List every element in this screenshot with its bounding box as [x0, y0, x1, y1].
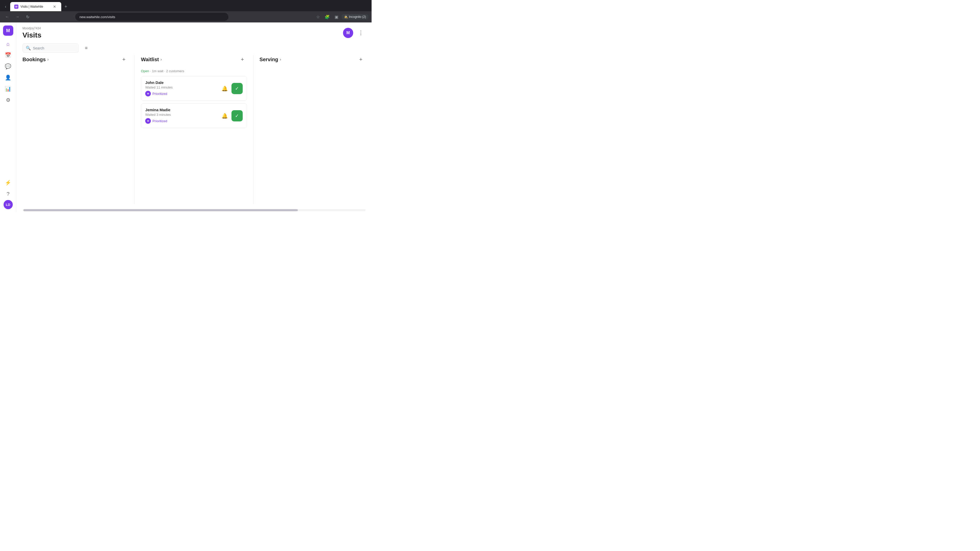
toolbar: 🔍 ≡	[16, 41, 372, 55]
search-container: 🔍	[22, 43, 79, 53]
sidebar-item-flash[interactable]: ⚡	[3, 178, 13, 188]
settings-icon: ⚙	[6, 97, 11, 103]
bell-icon-john-dale: 🔔	[221, 86, 228, 92]
bookings-title-group[interactable]: Bookings ›	[22, 57, 48, 62]
serving-column-title: Serving	[259, 57, 278, 62]
sidebar-item-users[interactable]: 👤	[3, 73, 13, 83]
org-name: Moodjoy7434	[22, 27, 41, 30]
waitlist-title-group[interactable]: Waitlist ›	[141, 57, 162, 62]
visit-avatar-john-dale: M	[145, 91, 151, 97]
sidebar-item-home[interactable]: ⌂	[3, 39, 13, 49]
check-button-john-dale[interactable]: ✓	[231, 83, 243, 94]
tab-close-button[interactable]: ✕	[52, 4, 57, 9]
serving-chevron-icon: ›	[280, 57, 281, 62]
visit-card-john-dale[interactable]: John Dale Waited 11 minutes M Prioritize…	[141, 76, 247, 101]
visit-actions-john-dale: 🔔 ✓	[220, 83, 243, 94]
columns-area: Bookings › + Waitlist › + Open ·	[16, 55, 372, 208]
scrollbar-thumb	[24, 209, 298, 211]
visit-info-jemina-madie: Jemina Madie Waited 3 minutes M Prioriti…	[145, 108, 217, 124]
check-icon-john-dale: ✓	[235, 86, 239, 91]
visit-name-john-dale: John Dale	[145, 80, 217, 85]
visit-avatar-jemina-madie: M	[145, 118, 151, 124]
tab-bar: ‹ W Visits | Waitwhile ✕ +	[0, 0, 372, 11]
bell-icon-jemina-madie: 🔔	[221, 113, 228, 119]
bookings-chevron-icon: ›	[47, 57, 48, 62]
active-tab[interactable]: W Visits | Waitwhile ✕	[10, 2, 61, 11]
incognito-label: Incognito (2)	[349, 15, 366, 19]
waitlist-chevron-icon: ›	[161, 57, 162, 62]
waitlist-add-button[interactable]: +	[238, 55, 247, 64]
filter-icon: ≡	[85, 45, 88, 51]
waitlist-column-title: Waitlist	[141, 57, 159, 62]
bottom-scrollbar[interactable]	[22, 209, 366, 211]
visit-meta-john-dale: M Prioritized	[145, 91, 217, 97]
user-avatar-header[interactable]: M	[343, 28, 353, 38]
forward-button[interactable]: →	[13, 13, 21, 21]
header-menu-button[interactable]: ⋮	[356, 28, 366, 38]
visit-card-jemina-madie[interactable]: Jemina Madie Waited 3 minutes M Prioriti…	[141, 103, 247, 128]
serving-title-group[interactable]: Serving ›	[259, 57, 281, 62]
browser-actions: ☆ 🧩 ▣ 🕵 Incognito (2)	[314, 13, 369, 21]
bookings-add-button[interactable]: +	[119, 55, 128, 64]
waitlist-status-open: Open	[141, 69, 149, 73]
sidebar-bottom: ⚡ ? LD	[3, 178, 13, 209]
visit-name-jemina-madie: Jemina Madie	[145, 108, 217, 112]
address-bar[interactable]: new.waitwhile.com/visits	[75, 13, 228, 21]
main-content: Moodjoy7434 Visits M ⋮ 🔍 ≡	[16, 22, 372, 212]
sidebar-item-settings[interactable]: ⚙	[3, 95, 13, 105]
column-waitlist: Waitlist › + Open · 1m wait · 2 customer…	[141, 55, 253, 204]
column-bookings: Bookings › +	[22, 55, 135, 204]
search-input[interactable]	[33, 46, 75, 50]
app-layout: M ⌂ 📅 💬 👤 📊 ⚙ ⚡ ? LD	[0, 22, 372, 212]
header-left: Moodjoy7434 Visits	[22, 27, 41, 39]
bookings-column-header: Bookings › +	[22, 55, 128, 66]
sidebar-item-analytics[interactable]: 📊	[3, 84, 13, 94]
header-right: M ⋮	[343, 28, 366, 38]
sidebar-item-help[interactable]: ?	[3, 189, 13, 199]
visit-actions-jemina-madie: 🔔 ✓	[220, 110, 243, 121]
column-serving: Serving › +	[259, 55, 366, 204]
waitlist-status-detail: · 1m wait · 2 customers	[150, 69, 184, 73]
new-tab-button[interactable]: +	[62, 3, 69, 10]
tab-title: Visits | Waitwhile	[21, 5, 50, 8]
tab-favicon: W	[14, 5, 18, 9]
sidebar-item-chat[interactable]: 💬	[3, 61, 13, 71]
incognito-badge: 🕵 Incognito (2)	[342, 14, 369, 20]
back-button[interactable]: ←	[3, 13, 11, 21]
sidebar-toggle-button[interactable]: ▣	[332, 13, 340, 21]
extensions-button[interactable]: 🧩	[323, 13, 331, 21]
priority-badge-jemina-madie: Prioritized	[152, 119, 167, 123]
page-title: Visits	[22, 31, 41, 39]
help-icon: ?	[6, 191, 10, 197]
address-bar-row: ← → ↻ new.waitwhile.com/visits ☆ 🧩 ▣ 🕵 I…	[0, 11, 372, 22]
filter-button[interactable]: ≡	[82, 44, 91, 53]
visit-waited-jemina-madie: Waited 3 minutes	[145, 113, 217, 117]
visit-waited-john-dale: Waited 11 minutes	[145, 86, 217, 89]
home-icon: ⌂	[6, 41, 10, 47]
check-icon-jemina-madie: ✓	[235, 113, 239, 119]
bookmark-button[interactable]: ☆	[314, 13, 322, 21]
bell-button-jemina-madie[interactable]: 🔔	[220, 111, 229, 121]
url-text: new.waitwhile.com/visits	[80, 15, 115, 19]
header: Moodjoy7434 Visits M ⋮	[16, 22, 372, 41]
tab-nav-prev[interactable]: ‹	[2, 3, 9, 10]
users-icon: 👤	[5, 75, 11, 81]
flash-icon: ⚡	[5, 179, 11, 186]
serving-add-button[interactable]: +	[356, 55, 366, 64]
reload-button[interactable]: ↻	[24, 13, 32, 21]
waitlist-status-bar: Open · 1m wait · 2 customers	[141, 69, 247, 73]
check-button-jemina-madie[interactable]: ✓	[231, 110, 243, 121]
visit-meta-jemina-madie: M Prioritized	[145, 118, 217, 124]
sidebar-item-calendar[interactable]: 📅	[3, 50, 13, 60]
chat-icon: 💬	[5, 63, 11, 69]
visit-info-john-dale: John Dale Waited 11 minutes M Prioritize…	[145, 80, 217, 97]
browser-chrome: ‹ W Visits | Waitwhile ✕ + ← → ↻ new.wai…	[0, 0, 372, 22]
analytics-icon: 📊	[5, 86, 11, 92]
bell-button-john-dale[interactable]: 🔔	[220, 84, 229, 93]
search-icon: 🔍	[26, 46, 31, 51]
sidebar: M ⌂ 📅 💬 👤 📊 ⚙ ⚡ ? LD	[0, 22, 16, 212]
serving-column-header: Serving › +	[259, 55, 366, 66]
user-avatar-bottom[interactable]: LD	[3, 200, 13, 209]
sidebar-logo[interactable]: M	[3, 25, 13, 36]
priority-badge-john-dale: Prioritized	[152, 92, 167, 96]
